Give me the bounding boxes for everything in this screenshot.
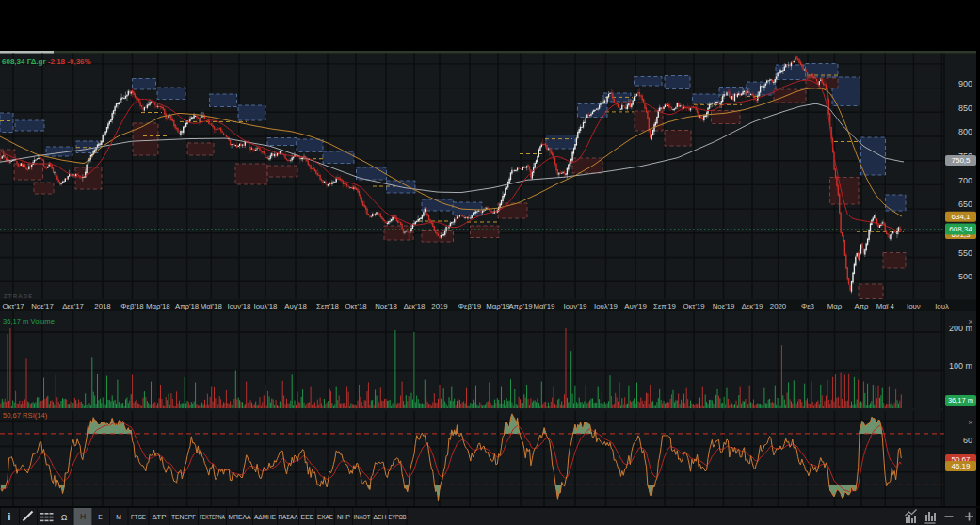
svg-text:Μ: Μ — [116, 514, 121, 520]
svg-text:Αυγ'18: Αυγ'18 — [284, 302, 307, 310]
svg-text:Δεκ'17: Δεκ'17 — [62, 302, 84, 310]
svg-text:Φεβ'19: Φεβ'19 — [458, 302, 481, 310]
svg-text:Σεπ'19: Σεπ'19 — [653, 302, 676, 310]
svg-text:750,5: 750,5 — [951, 156, 971, 165]
svg-text:900: 900 — [958, 79, 972, 88]
svg-text:2020: 2020 — [770, 302, 787, 310]
svg-text:60: 60 — [963, 436, 972, 445]
svg-text:800: 800 — [958, 127, 972, 136]
svg-text:ΔΤΡ: ΔΤΡ — [153, 514, 168, 520]
svg-text:Οκτ'18: Οκτ'18 — [345, 302, 366, 310]
svg-text:650: 650 — [958, 199, 972, 209]
svg-text:ZTRADE: ZTRADE — [4, 294, 34, 299]
svg-text:Οκτ'17: Οκτ'17 — [2, 302, 24, 310]
svg-text:700: 700 — [958, 176, 972, 185]
svg-text:Ιουλ'19: Ιουλ'19 — [594, 302, 618, 310]
svg-text:Αυγ'19: Αυγ'19 — [624, 302, 647, 310]
svg-text:Η: Η — [80, 512, 86, 521]
svg-text:Νοε'19: Νοε'19 — [713, 302, 735, 310]
svg-text:Δεκ'18: Δεκ'18 — [404, 302, 426, 310]
svg-text:Ιουν'19: Ιουν'19 — [564, 302, 587, 310]
svg-text:ΤΕΝΕΡΓ: ΤΕΝΕΡΓ — [171, 514, 196, 520]
svg-text:2019: 2019 — [431, 302, 447, 310]
svg-text:500: 500 — [958, 272, 972, 281]
svg-text:ΜΠΕΛΑ: ΜΠΕΛΑ — [229, 514, 251, 520]
svg-text:2018: 2018 — [94, 302, 110, 310]
svg-text:ΕΥΡΩΒ: ΕΥΡΩΒ — [389, 514, 407, 520]
svg-text:Μαϊ 4: Μαϊ 4 — [876, 302, 895, 310]
svg-text:Μαϊ'19: Μαϊ'19 — [534, 302, 555, 310]
svg-text:Μαρ'18: Μαρ'18 — [146, 302, 170, 310]
svg-text:Ε: Ε — [98, 514, 103, 520]
svg-text:Μαρ'19: Μαρ'19 — [486, 302, 510, 310]
svg-text:×: × — [968, 418, 972, 427]
svg-text:850: 850 — [958, 103, 972, 113]
svg-text:ΕΕΕ: ΕΕΕ — [301, 514, 314, 520]
svg-text:608,34 ΓΔ.gr -2,18 -0,36%: 608,34 ΓΔ.gr -2,18 -0,36% — [2, 57, 91, 66]
svg-text:ΔΕΗ: ΔΕΗ — [374, 514, 387, 520]
svg-text:Μαρ: Μαρ — [827, 302, 843, 310]
svg-text:Ιουλ: Ιουλ — [935, 302, 949, 310]
svg-text:Νοε'18: Νοε'18 — [375, 302, 397, 310]
svg-text:Φεβ'18: Φεβ'18 — [120, 302, 143, 310]
svg-text:×: × — [968, 317, 972, 326]
svg-text:Ω: Ω — [61, 513, 68, 522]
svg-text:Ιουν: Ιουν — [907, 302, 921, 310]
svg-text:Απρ: Απρ — [854, 302, 869, 310]
svg-text:Δεκ'19: Δεκ'19 — [742, 302, 763, 310]
svg-text:Ιουν'18: Ιουν'18 — [228, 302, 251, 310]
svg-text:ΠΑΣΑΛ: ΠΑΣΑΛ — [279, 514, 298, 520]
svg-text:550: 550 — [958, 248, 972, 258]
svg-text:Νοε'17: Νοε'17 — [31, 302, 54, 310]
svg-text:634,1: 634,1 — [951, 213, 971, 221]
svg-text:ΕΧΑΕ: ΕΧΑΕ — [317, 514, 333, 520]
svg-text:Σεπ'18: Σεπ'18 — [316, 302, 339, 310]
svg-text:Μαϊ'18: Μαϊ'18 — [201, 302, 222, 310]
svg-text:36,17 m Volume: 36,17 m Volume — [3, 317, 55, 326]
svg-text:Απρ'18: Απρ'18 — [175, 302, 199, 310]
svg-text:46,19: 46,19 — [951, 462, 971, 470]
svg-text:ΑΔΜΗΕ: ΑΔΜΗΕ — [254, 514, 276, 520]
svg-text:Οκτ'19: Οκτ'19 — [683, 302, 704, 310]
svg-text:100 m: 100 m — [949, 361, 972, 371]
svg-text:ΝΗΡ: ΝΗΡ — [337, 514, 350, 520]
svg-text:50,67 RSI(14): 50,67 RSI(14) — [3, 411, 48, 420]
svg-text:36,17 m: 36,17 m — [948, 396, 973, 405]
svg-text:ΓΕΚΤΕΡΝΑ: ΓΕΚΤΕΡΝΑ — [200, 514, 225, 520]
svg-text:608,34: 608,34 — [949, 225, 972, 233]
svg-text:Φεβ: Φεβ — [801, 302, 815, 310]
svg-text:ΙΝΛΟΤ: ΙΝΛΟΤ — [354, 514, 371, 520]
svg-text:FTSE: FTSE — [131, 514, 146, 520]
svg-text:Ιουλ'18: Ιουλ'18 — [254, 302, 278, 310]
svg-text:Απρ'19: Απρ'19 — [508, 302, 532, 310]
svg-text:i: i — [8, 512, 11, 522]
